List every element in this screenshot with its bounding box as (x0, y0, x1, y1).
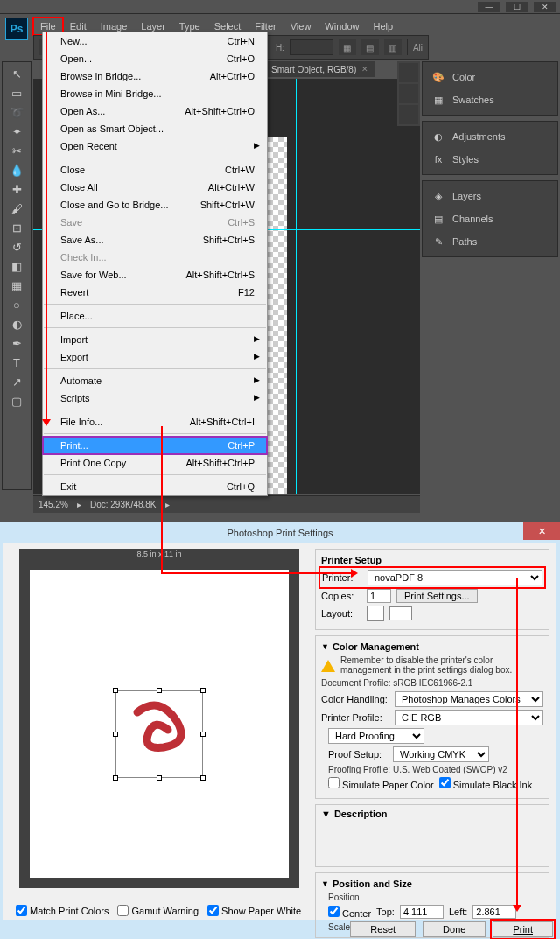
panel-color[interactable]: 🎨Color (424, 66, 556, 88)
gamut-warning-checkbox[interactable]: Gamut Warning (117, 905, 199, 916)
eraser-tool-icon[interactable]: ◧ (6, 256, 27, 276)
menu-fileinfo[interactable]: File Info...Alt+Shift+Ctrl+I (43, 413, 267, 431)
tab-close-icon[interactable]: ✕ (361, 65, 368, 74)
handle-icon[interactable] (113, 688, 118, 693)
marquee-tool-icon[interactable]: ▭ (6, 83, 27, 102)
maximize-button[interactable]: ☐ (506, 2, 528, 12)
align-icon-3[interactable]: ▥ (384, 39, 402, 55)
eyedropper-tool-icon[interactable]: 💧 (6, 160, 27, 179)
minimize-button[interactable]: — (478, 2, 500, 12)
menu-saveas[interactable]: Save As...Shift+Ctrl+S (43, 231, 267, 249)
proof-setup-select[interactable]: Working CMYK (393, 746, 489, 762)
menu-help[interactable]: Help (366, 18, 400, 35)
panel-layers[interactable]: ◈Layers (424, 185, 556, 207)
statusbar-arrow-icon[interactable]: ▸ (165, 500, 170, 509)
handle-icon[interactable] (157, 775, 162, 781)
menu-export[interactable]: Export▶ (43, 348, 267, 366)
panel-collapsed-icon[interactable] (399, 84, 418, 103)
dodge-tool-icon[interactable]: ◐ (6, 314, 27, 333)
menu-printone[interactable]: Print One CopyAlt+Shift+Ctrl+P (43, 454, 267, 472)
menu-scripts[interactable]: Scripts▶ (43, 389, 267, 407)
reset-button[interactable]: Reset (350, 921, 416, 937)
close-button[interactable]: ✕ (534, 2, 556, 12)
handling-select[interactable]: Photoshop Manages Colors (395, 691, 543, 707)
collapse-icon[interactable]: ▼ (321, 642, 329, 651)
type-tool-icon[interactable]: T (6, 353, 27, 372)
pen-tool-icon[interactable]: ✒ (6, 333, 27, 353)
menu-view[interactable]: View (284, 18, 318, 35)
handle-icon[interactable] (157, 688, 162, 693)
position-label: Position (328, 893, 543, 902)
landscape-icon[interactable] (389, 606, 412, 620)
left-input[interactable] (472, 905, 516, 919)
handle-icon[interactable] (200, 775, 206, 781)
crop-tool-icon[interactable]: ✂ (6, 141, 27, 160)
zoom-level[interactable]: 145.2% (38, 500, 68, 509)
preview-paper[interactable] (30, 570, 289, 878)
print-button[interactable]: Print (493, 921, 553, 937)
gradient-tool-icon[interactable]: ▦ (6, 276, 27, 295)
dialog-close-button[interactable]: ✕ (523, 522, 560, 540)
top-input[interactable] (400, 905, 444, 919)
description-section[interactable]: ▼Description (315, 804, 550, 823)
menu-openas[interactable]: Open As...Alt+Shift+Ctrl+O (43, 102, 267, 120)
menu-place[interactable]: Place... (43, 307, 267, 325)
shape-tool-icon[interactable]: ▢ (6, 391, 27, 410)
menu-revert[interactable]: RevertF12 (43, 284, 267, 301)
copies-input[interactable] (367, 589, 391, 603)
panel-swatches[interactable]: ▦Swatches (424, 88, 556, 111)
brush-tool-icon[interactable]: 🖌 (6, 199, 27, 218)
handle-icon[interactable] (113, 732, 118, 737)
path-tool-icon[interactable]: ↗ (6, 372, 27, 391)
panel-channels[interactable]: ▤Channels (424, 207, 556, 230)
sim-paper-checkbox[interactable]: Simulate Paper Color (328, 777, 434, 790)
menu-import[interactable]: Import▶ (43, 331, 267, 348)
menu-close[interactable]: CloseCtrl+W (43, 161, 267, 179)
heal-tool-icon[interactable]: ✚ (6, 179, 27, 199)
height-field[interactable] (290, 39, 333, 55)
menu-exit[interactable]: ExitCtrl+Q (43, 478, 267, 495)
handle-icon[interactable] (200, 688, 206, 693)
profile-select[interactable]: CIE RGB (395, 710, 543, 725)
done-button[interactable]: Done (423, 921, 486, 937)
handle-icon[interactable] (200, 732, 206, 737)
lasso-tool-icon[interactable]: ➰ (6, 102, 27, 122)
menu-recent[interactable]: Open Recent▶ (43, 137, 267, 155)
center-checkbox[interactable]: Center (328, 906, 371, 919)
portrait-icon[interactable] (367, 606, 384, 621)
blur-tool-icon[interactable]: ○ (6, 295, 27, 314)
stamp-tool-icon[interactable]: ⊡ (6, 218, 27, 237)
panel-paths[interactable]: ✎Paths (424, 230, 556, 253)
sim-black-checkbox[interactable]: Simulate Black Ink (439, 777, 533, 790)
panel-collapsed-icon[interactable] (399, 63, 418, 82)
menu-print[interactable]: Print...Ctrl+P (43, 437, 267, 454)
align-icon-2[interactable]: ▤ (361, 39, 379, 55)
collapse-icon[interactable]: ▼ (321, 879, 329, 888)
menu-automate[interactable]: Automate▶ (43, 372, 267, 389)
menu-closeall[interactable]: Close AllAlt+Ctrl+W (43, 179, 267, 196)
menu-new[interactable]: New...Ctrl+N (43, 32, 267, 50)
menu-browse[interactable]: Browse in Bridge...Alt+Ctrl+O (43, 67, 267, 85)
menu-smart[interactable]: Open as Smart Object... (43, 120, 267, 137)
zoom-icon[interactable]: ▸ (77, 500, 81, 509)
align-icon-1[interactable]: ▦ (339, 39, 356, 55)
match-colors-checkbox[interactable]: Match Print Colors (16, 905, 108, 916)
channels-icon: ▤ (431, 213, 445, 225)
menu-window[interactable]: Window (318, 18, 366, 35)
menu-closego[interactable]: Close and Go to Bridge...Shift+Ctrl+W (43, 196, 267, 214)
menu-minibridge[interactable]: Browse in Mini Bridge... (43, 85, 267, 102)
paper-white-checkbox[interactable]: Show Paper White (207, 905, 301, 916)
print-settings-button[interactable]: Print Settings... (396, 589, 478, 603)
menu-open[interactable]: Open...Ctrl+O (43, 50, 267, 67)
panel-collapsed-icon[interactable] (399, 105, 418, 124)
history-brush-icon[interactable]: ↺ (6, 237, 27, 256)
handle-icon[interactable] (113, 775, 118, 781)
document-tab[interactable]: Smart Object, RGB/8) ✕ (264, 61, 375, 77)
move-tool-icon[interactable]: ↖ (6, 64, 27, 83)
menu-saveweb[interactable]: Save for Web...Alt+Shift+Ctrl+S (43, 266, 267, 284)
panel-styles[interactable]: fxStyles (424, 148, 556, 171)
panel-adjustments[interactable]: ◐Adjustments (424, 125, 556, 148)
guide-vertical[interactable] (296, 79, 297, 494)
proofing-select[interactable]: Hard Proofing (328, 728, 424, 744)
wand-tool-icon[interactable]: ✦ (6, 122, 27, 141)
